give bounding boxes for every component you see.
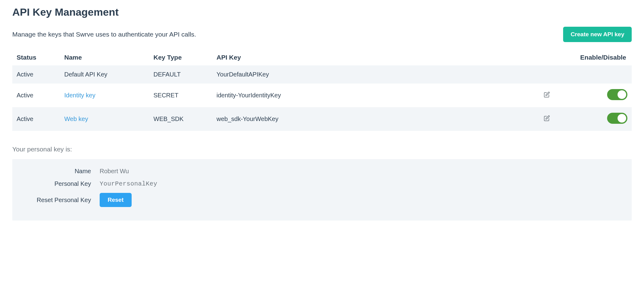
name-cell: Identity key <box>60 84 149 107</box>
key-type-cell: DEFAULT <box>149 65 212 84</box>
personal-reset-row: Reset Personal Key Reset <box>20 193 624 207</box>
personal-key-value: YourPersonalKey <box>100 180 157 187</box>
edit-cell <box>539 84 570 107</box>
personal-reset-label: Reset Personal Key <box>20 197 100 204</box>
personal-key-panel: Name Robert Wu Personal Key YourPersonal… <box>12 159 632 221</box>
api-key-cell: web_sdk-YourWebKey <box>212 107 539 131</box>
subtitle: Manage the keys that Swrve uses to authe… <box>12 31 196 38</box>
api-key-cell: YourDefaultAPIKey <box>212 65 539 84</box>
name-cell: Default API Key <box>60 65 149 84</box>
edit-cell <box>539 65 570 84</box>
key-type-cell: SECRET <box>149 84 212 107</box>
header-status: Status <box>12 49 60 65</box>
toggle-cell <box>570 84 632 107</box>
enable-toggle[interactable] <box>607 113 627 124</box>
header-name: Name <box>60 49 149 65</box>
table-row: ActiveDefault API KeyDEFAULTYourDefaultA… <box>12 65 632 84</box>
table-header-row: Status Name Key Type API Key Enable/Disa… <box>12 49 632 65</box>
personal-name-value: Robert Wu <box>100 168 129 175</box>
key-type-cell: WEB_SDK <box>149 107 212 131</box>
header-api-key: API Key <box>212 49 539 65</box>
status-cell: Active <box>12 65 60 84</box>
table-row: ActiveIdentity keySECRETidentity-YourIde… <box>12 84 632 107</box>
toggle-cell <box>570 65 632 84</box>
personal-name-row: Name Robert Wu <box>20 168 624 175</box>
create-api-key-button[interactable]: Create new API key <box>563 27 632 42</box>
edit-cell <box>539 107 570 131</box>
table-row: ActiveWeb keyWEB_SDKweb_sdk-YourWebKey <box>12 107 632 131</box>
reset-personal-key-button[interactable]: Reset <box>100 193 132 207</box>
api-keys-table: Status Name Key Type API Key Enable/Disa… <box>12 49 632 131</box>
page-title: API Key Management <box>12 6 632 18</box>
header-enable-disable: Enable/Disable <box>570 49 632 65</box>
toggle-knob <box>618 114 626 123</box>
toggle-knob <box>618 90 626 99</box>
status-cell: Active <box>12 84 60 107</box>
key-name-link[interactable]: Identity key <box>64 92 95 99</box>
edit-icon[interactable] <box>544 115 550 121</box>
personal-key-label: Personal Key <box>20 180 100 187</box>
toggle-cell <box>570 107 632 131</box>
key-name-link[interactable]: Web key <box>64 115 88 122</box>
personal-key-heading: Your personal key is: <box>12 146 632 153</box>
enable-toggle[interactable] <box>607 89 627 100</box>
personal-name-label: Name <box>20 168 100 175</box>
edit-icon[interactable] <box>544 92 550 98</box>
name-cell: Web key <box>60 107 149 131</box>
header-edit <box>539 49 570 65</box>
status-cell: Active <box>12 107 60 131</box>
header-key-type: Key Type <box>149 49 212 65</box>
header-row: Manage the keys that Swrve uses to authe… <box>12 27 632 42</box>
api-key-cell: identity-YourIdentityKey <box>212 84 539 107</box>
personal-key-row: Personal Key YourPersonalKey <box>20 180 624 187</box>
